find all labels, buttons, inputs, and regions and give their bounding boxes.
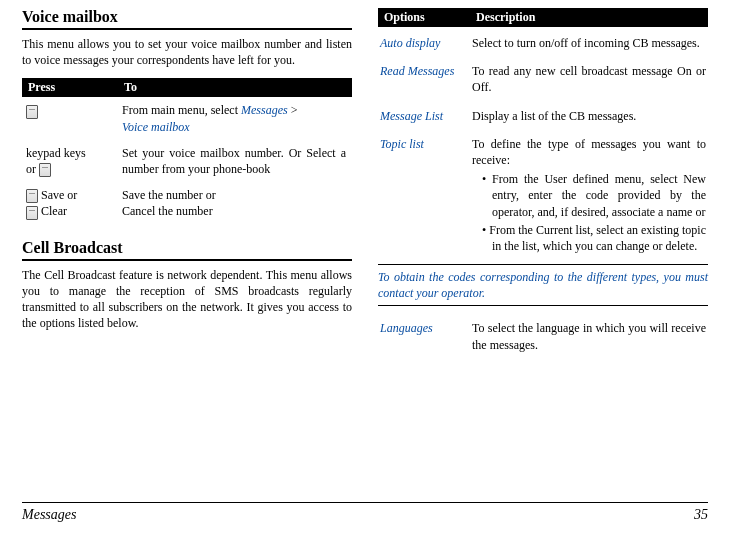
text: Clear <box>38 204 67 218</box>
table-row: From main menu, select Messages > Voice … <box>22 97 352 139</box>
table-header: Press To <box>22 78 352 97</box>
press-cell <box>26 102 122 118</box>
right-column: Options Description Auto display Select … <box>378 8 708 361</box>
divider <box>22 259 352 261</box>
topic-bullets: From the User defined menu, select New e… <box>472 171 706 254</box>
option-row-auto-display: Auto display Select to turn on/off of in… <box>378 31 708 59</box>
col-header-to: To <box>124 80 346 95</box>
link-messages: Messages <box>241 103 288 117</box>
footer-page-number: 35 <box>694 507 708 523</box>
cell-broadcast-paragraph: The Cell Broadcast feature is network de… <box>22 267 352 332</box>
softkey-icon <box>26 189 38 203</box>
option-desc: Display a list of the CB messages. <box>472 108 706 124</box>
voice-mailbox-paragraph: This menu allows you to set your voice m… <box>22 36 352 68</box>
option-desc: Select to turn on/off of incoming CB mes… <box>472 35 706 51</box>
option-label: Auto display <box>380 35 472 51</box>
col-header-options: Options <box>384 10 476 25</box>
press-cell: Save or Clear <box>26 187 122 220</box>
option-label: Topic list <box>380 136 472 152</box>
option-row-languages: Languages To select the language in whic… <box>378 316 708 360</box>
list-item: From the Current list, select an existin… <box>482 222 706 254</box>
option-label: Languages <box>380 320 472 336</box>
option-desc: To define the type of messages you want … <box>472 136 706 256</box>
option-row-topic-list: Topic list To define the type of message… <box>378 132 708 264</box>
text: Save or <box>38 188 77 202</box>
heading-voice-mailbox: Voice mailbox <box>22 8 352 26</box>
heading-cell-broadcast: Cell Broadcast <box>22 239 352 257</box>
to-cell: Save the number or Cancel the number <box>122 187 346 219</box>
press-to-table: Press To From main menu, select Messages… <box>22 78 352 224</box>
text: From main menu, select <box>122 103 241 117</box>
left-column: Voice mailbox This menu allows you to se… <box>22 8 352 361</box>
table-row: Save or Clear Save the number or Cancel … <box>22 182 352 225</box>
text: Cancel the number <box>122 204 213 218</box>
softkey-icon <box>26 105 38 119</box>
note-box: To obtain the codes corresponding to the… <box>378 264 708 306</box>
table-row: keypad keys or Set your voice mailbox nu… <box>22 140 352 182</box>
text: To define the type of messages you want … <box>472 137 706 167</box>
text: or <box>26 162 39 176</box>
to-cell: From main menu, select Messages > Voice … <box>122 102 346 134</box>
col-header-description: Description <box>476 10 702 25</box>
option-desc: To select the language in which you will… <box>472 320 706 352</box>
press-cell: keypad keys or <box>26 145 122 177</box>
operator-note: To obtain the codes corresponding to the… <box>378 269 708 301</box>
link-voice-mailbox: Voice mailbox <box>122 120 190 134</box>
list-item: From the User defined menu, select New e… <box>482 171 706 220</box>
text: keypad keys <box>26 146 86 160</box>
option-row-read-messages: Read Messages To read any new cell broad… <box>378 59 708 103</box>
text: > <box>288 103 298 117</box>
col-header-press: Press <box>28 80 124 95</box>
softkey-icon <box>26 206 38 220</box>
option-desc: To read any new cell broadcast message O… <box>472 63 706 95</box>
softkey-icon <box>39 163 51 177</box>
page-footer: Messages 35 <box>22 502 708 523</box>
text: Save the number or <box>122 188 216 202</box>
footer-section: Messages <box>22 507 76 523</box>
option-label: Read Messages <box>380 63 472 79</box>
divider <box>22 28 352 30</box>
to-cell: Set your voice mailbox number. Or Select… <box>122 145 346 177</box>
option-label: Message List <box>380 108 472 124</box>
option-row-message-list: Message List Display a list of the CB me… <box>378 104 708 132</box>
options-header: Options Description <box>378 8 708 27</box>
